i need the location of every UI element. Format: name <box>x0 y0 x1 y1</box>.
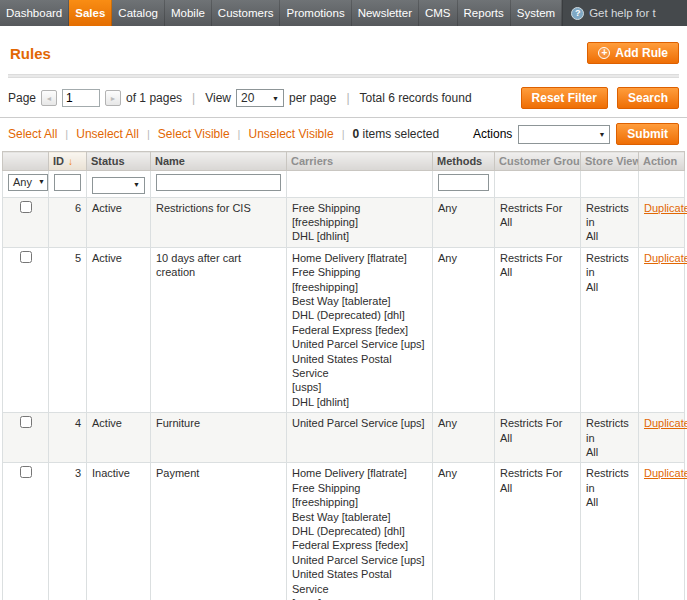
filter-action-cell <box>639 171 685 198</box>
chevron-down-icon: ▼ <box>598 131 605 138</box>
nav-item-reports[interactable]: Reports <box>458 0 511 26</box>
header-id[interactable]: ID↓ <box>49 152 87 171</box>
per-page-label: per page <box>289 91 336 105</box>
page-header: Rules + Add Rule <box>0 26 687 74</box>
filter-carriers-cell <box>287 171 433 198</box>
page-number-input[interactable] <box>62 89 100 107</box>
duplicate-link[interactable]: Duplicate <box>644 202 687 214</box>
header-action: Action <box>639 152 685 171</box>
row-checkbox[interactable] <box>20 201 32 213</box>
cell-store-views: Restricts in All <box>581 413 639 463</box>
id-filter-input[interactable] <box>54 174 81 191</box>
nav-item-catalog[interactable]: Catalog <box>112 0 165 26</box>
cell-action: Duplicate <box>639 413 685 463</box>
massaction-links: Select All | Unselect All | Select Visib… <box>8 127 439 141</box>
nav-item-dashboard[interactable]: Dashboard <box>0 0 69 26</box>
duplicate-link[interactable]: Duplicate <box>644 467 687 479</box>
filter-status-cell: ▼ <box>87 171 151 198</box>
next-page-button[interactable]: ► <box>105 90 121 106</box>
cell-action: Duplicate <box>639 197 685 247</box>
nav-item-promotions[interactable]: Promotions <box>280 0 351 26</box>
help-icon: ? <box>571 7 584 20</box>
header-status[interactable]: Status <box>87 152 151 171</box>
reset-filter-button[interactable]: Reset Filter <box>521 87 608 109</box>
unselect-all-link[interactable]: Unselect All <box>76 127 139 141</box>
separator: | <box>65 128 68 140</box>
row-checkbox[interactable] <box>20 251 32 263</box>
row-select-cell <box>3 413 49 463</box>
cell-name: Restrictions for CIS <box>151 197 287 247</box>
actions-select[interactable]: ▼ <box>518 125 610 144</box>
cell-name: Furniture <box>151 413 287 463</box>
select-all-link[interactable]: Select All <box>8 127 57 141</box>
cell-carriers: Free Shipping [freeshipping] DHL [dhlint… <box>287 197 433 247</box>
checkbox-filter-select[interactable]: Any ▼ <box>8 174 48 191</box>
methods-filter-input[interactable] <box>438 174 489 191</box>
top-nav: Dashboard Sales Catalog Mobile Customers… <box>0 0 687 26</box>
cell-status: Active <box>87 247 151 412</box>
rules-grid: ID↓ Status Name Carriers Methods Custome… <box>2 151 685 600</box>
filter-methods-cell <box>433 171 495 198</box>
nav-item-cms[interactable]: CMS <box>419 0 458 26</box>
add-rule-button[interactable]: + Add Rule <box>587 42 679 64</box>
cell-methods: Any <box>433 197 495 247</box>
previous-page-button[interactable]: ◄ <box>41 90 57 106</box>
submit-button[interactable]: Submit <box>616 123 679 145</box>
cell-customer-groups: Restricts For All <box>495 197 581 247</box>
nav-item-system[interactable]: System <box>511 0 562 26</box>
nav-item-mobile[interactable]: Mobile <box>165 0 212 26</box>
cell-status: Active <box>87 197 151 247</box>
of-pages-label: of 1 pages <box>126 91 182 105</box>
add-rule-label: Add Rule <box>615 46 668 60</box>
table-row-rule-4[interactable]: 4 Active Furniture United Parcel Service… <box>3 413 685 463</box>
filter-id-cell <box>49 171 87 198</box>
duplicate-link[interactable]: Duplicate <box>644 252 687 264</box>
name-filter-input[interactable] <box>156 174 281 191</box>
chevron-down-icon: ▼ <box>133 178 140 192</box>
sort-desc-icon: ↓ <box>68 156 73 167</box>
cell-action: Duplicate <box>639 463 685 600</box>
plus-icon: + <box>598 47 610 59</box>
unselect-visible-link[interactable]: Unselect Visible <box>248 127 333 141</box>
table-row-rule-5[interactable]: 5 Active 10 days after cart creation Hom… <box>3 247 685 412</box>
get-help-link[interactable]: ? Get help for t <box>562 0 687 26</box>
table-row-rule-6[interactable]: 6 Active Restrictions for CIS Free Shipp… <box>3 197 685 247</box>
cell-customer-groups: Restricts For All <box>495 463 581 600</box>
filter-store-views-cell <box>581 171 639 198</box>
per-page-select[interactable]: 20 ▼ <box>236 89 284 107</box>
cell-customer-groups: Restricts For All <box>495 247 581 412</box>
grid-header-row: ID↓ Status Name Carriers Methods Custome… <box>3 152 685 171</box>
separator: | <box>238 128 241 140</box>
cell-status: Active <box>87 413 151 463</box>
row-checkbox[interactable] <box>20 466 32 478</box>
cell-store-views: Restricts in All <box>581 197 639 247</box>
cell-customer-groups: Restricts For All <box>495 413 581 463</box>
separator: | <box>147 128 150 140</box>
nav-item-newsletter[interactable]: Newsletter <box>352 0 419 26</box>
nav-item-sales[interactable]: Sales <box>69 0 112 26</box>
cell-store-views: Restricts in All <box>581 463 639 600</box>
massaction-bar: Select All | Unselect All | Select Visib… <box>0 117 687 151</box>
cell-methods: Any <box>433 413 495 463</box>
separator: | <box>192 91 195 105</box>
header-name[interactable]: Name <box>151 152 287 171</box>
select-visible-link[interactable]: Select Visible <box>158 127 230 141</box>
separator: | <box>342 128 345 140</box>
table-row-rule-3[interactable]: 3 Inactive Payment Home Delivery [flatra… <box>3 463 685 600</box>
row-checkbox[interactable] <box>20 416 32 428</box>
status-filter-select[interactable]: ▼ <box>92 177 145 194</box>
nav-item-customers[interactable]: Customers <box>212 0 281 26</box>
duplicate-link[interactable]: Duplicate <box>644 417 687 429</box>
chevron-down-icon: ▼ <box>38 175 45 189</box>
toolbar-buttons: Reset Filter Search <box>521 87 679 109</box>
header-methods[interactable]: Methods <box>433 152 495 171</box>
search-button[interactable]: Search <box>617 87 679 109</box>
chevron-down-icon: ▼ <box>272 95 279 102</box>
cell-carriers: Home Delivery [flatrate] Free Shipping [… <box>287 463 433 600</box>
per-page-value: 20 <box>241 91 254 105</box>
filter-select-cell: Any ▼ <box>3 171 49 198</box>
row-select-cell <box>3 463 49 600</box>
selected-count: 0 <box>352 127 359 141</box>
checkbox-filter-value: Any <box>13 175 32 189</box>
cell-id: 6 <box>49 197 87 247</box>
